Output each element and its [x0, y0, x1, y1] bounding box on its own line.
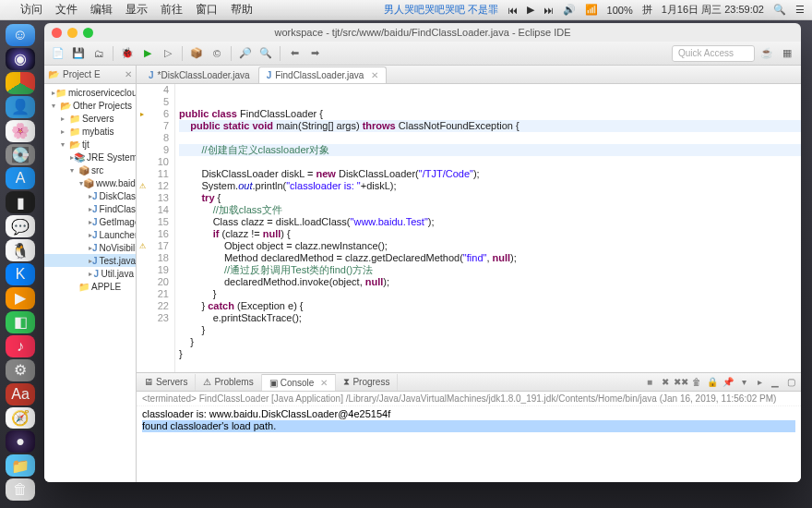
- dock-eclipse[interactable]: ●: [6, 430, 35, 453]
- search-icon[interactable]: 🔍: [773, 4, 786, 16]
- console-output[interactable]: classloader is: www.baidu.DiskClassLoade…: [137, 406, 801, 482]
- scroll-lock-icon[interactable]: 🔒: [706, 376, 719, 389]
- perspective-open-icon[interactable]: ▦: [779, 45, 795, 62]
- java-file-icon: J: [267, 70, 272, 80]
- dock-photos[interactable]: 🌸: [6, 120, 35, 142]
- dock-contacts[interactable]: 👤: [6, 96, 35, 118]
- remove-all-icon[interactable]: ✖✖: [675, 376, 687, 389]
- battery-status[interactable]: 100%: [607, 5, 633, 16]
- dock-chrome[interactable]: [6, 72, 35, 94]
- quick-access-input[interactable]: Quick Access: [672, 45, 755, 62]
- new-icon[interactable]: 📄: [50, 45, 66, 62]
- menu-go[interactable]: 前往: [161, 2, 183, 18]
- tree-item[interactable]: ▾📦src: [44, 163, 136, 176]
- display-console-icon[interactable]: ▾: [737, 376, 750, 389]
- dock-appstore[interactable]: A: [6, 167, 35, 189]
- tree-item[interactable]: ▸📁mybatis: [44, 125, 136, 138]
- menu-view[interactable]: 显示: [125, 2, 148, 18]
- dock-disk[interactable]: 💽: [6, 144, 35, 166]
- zoom-button[interactable]: [83, 28, 93, 38]
- input-method-icon[interactable]: 拼: [642, 3, 652, 17]
- back-icon[interactable]: ⬅: [286, 45, 303, 62]
- notification-icon[interactable]: ☰: [795, 4, 805, 16]
- project-explorer-tab[interactable]: 📂 Project E ✕: [44, 66, 136, 84]
- maximize-icon[interactable]: ▢: [784, 376, 797, 389]
- tab-progress[interactable]: ⧗Progress: [336, 374, 398, 391]
- tree-item[interactable]: ▸JLauncher.: [44, 228, 136, 241]
- menu-help[interactable]: 帮助: [231, 2, 253, 18]
- project-tree[interactable]: ▸📁microservicecloud▾📂Other Projects▸📁Ser…: [44, 84, 136, 482]
- tab-console[interactable]: ▣Console✕: [262, 374, 337, 391]
- dock-font[interactable]: Aa: [6, 383, 35, 405]
- tab-servers[interactable]: 🖥Servers: [137, 374, 196, 391]
- remove-launch-icon[interactable]: ✖: [659, 376, 672, 389]
- open-console-icon[interactable]: ▸: [753, 376, 766, 389]
- forward-icon[interactable]: ➡: [306, 45, 323, 62]
- dock-safari[interactable]: 🧭: [6, 407, 35, 429]
- menu-window[interactable]: 窗口: [196, 2, 218, 18]
- dock-terminal[interactable]: ▮: [6, 191, 35, 213]
- dock-qq[interactable]: 🐧: [6, 239, 35, 261]
- new-class-icon[interactable]: ©: [209, 45, 225, 62]
- now-playing[interactable]: 男人哭吧哭吧哭吧 不是罪: [384, 3, 498, 17]
- dock-downloads[interactable]: 📁: [6, 454, 35, 477]
- prev-track-icon[interactable]: ⏮: [508, 5, 518, 16]
- close-icon[interactable]: ✕: [125, 69, 132, 79]
- close-button[interactable]: [52, 28, 62, 38]
- tree-item[interactable]: ▸JFindClass: [44, 202, 136, 215]
- window-titlebar[interactable]: workspace - tjt/src/www/baidu/FindClassL…: [44, 23, 801, 42]
- clear-console-icon[interactable]: 🗑: [690, 376, 703, 389]
- save-all-icon[interactable]: 🗂: [90, 45, 107, 62]
- pin-console-icon[interactable]: 📌: [722, 376, 734, 389]
- save-icon[interactable]: 💾: [70, 45, 87, 62]
- perspective-java-icon[interactable]: ☕: [758, 45, 775, 62]
- tree-item[interactable]: 📁APPLE: [44, 280, 136, 293]
- tree-item[interactable]: ▾📂Other Projects: [44, 99, 136, 112]
- tree-item[interactable]: ▸JGetImage: [44, 215, 136, 228]
- dock-app2[interactable]: ▶: [6, 287, 35, 309]
- search-icon[interactable]: 🔍: [257, 45, 274, 62]
- new-package-icon[interactable]: 📦: [188, 45, 205, 62]
- tab-problems[interactable]: ⚠Problems: [196, 374, 261, 391]
- next-track-icon[interactable]: ⏭: [543, 5, 554, 16]
- dock-finder[interactable]: ☺: [6, 24, 35, 46]
- tree-item[interactable]: ▸JUtil.java: [44, 267, 136, 280]
- dock-siri[interactable]: ◉: [6, 48, 35, 70]
- tree-item[interactable]: ▸📚JRE System Lib: [44, 151, 136, 163]
- dock-wechat[interactable]: 💬: [6, 215, 35, 237]
- wifi-icon[interactable]: 📶: [585, 4, 598, 16]
- dock-app1[interactable]: K: [6, 263, 35, 285]
- clock[interactable]: 1月16日 周三 23:59:02: [662, 3, 764, 17]
- minimize-icon[interactable]: ▁: [769, 376, 782, 389]
- menu-edit[interactable]: 编辑: [90, 2, 113, 18]
- dock-music[interactable]: ♪: [6, 335, 35, 357]
- tree-item[interactable]: ▸JNoVisibili: [44, 241, 136, 254]
- tree-item[interactable]: ▸JTest.java: [44, 254, 136, 267]
- dock-app3[interactable]: ◧: [6, 311, 35, 333]
- console-line-selected: found classloader's load path.: [142, 420, 795, 432]
- terminate-icon[interactable]: ■: [643, 376, 656, 389]
- close-icon[interactable]: ✕: [371, 70, 378, 80]
- code-editor[interactable]: ▸⚠⚠ 4567891011121314151617181920212223 p…: [137, 84, 801, 372]
- tree-item[interactable]: ▸📁Servers: [44, 112, 136, 125]
- run-icon[interactable]: ▶: [139, 45, 156, 62]
- minimize-button[interactable]: [67, 28, 78, 38]
- play-icon[interactable]: ▶: [527, 4, 534, 16]
- dock-settings[interactable]: ⚙: [6, 359, 35, 381]
- volume-icon[interactable]: 🔊: [563, 4, 576, 16]
- open-type-icon[interactable]: 🔎: [237, 45, 254, 62]
- tree-item[interactable]: ▸JDiskClass: [44, 189, 136, 202]
- debug-icon[interactable]: 🐞: [119, 45, 136, 62]
- tree-item[interactable]: ▸📁microservicecloud: [44, 86, 136, 99]
- editor-tab-findclassloader[interactable]: JFindClassLoader.java✕: [258, 67, 388, 83]
- tree-item[interactable]: ▾📂tjt: [44, 138, 136, 151]
- dock-trash[interactable]: 🗑: [6, 478, 35, 501]
- eclipse-window: workspace - tjt/src/www/baidu/FindClassL…: [44, 23, 801, 482]
- run-last-icon[interactable]: ▷: [160, 45, 176, 62]
- menu-file[interactable]: 文件: [55, 2, 78, 18]
- tree-item[interactable]: ▾📦www.baidu: [44, 176, 136, 189]
- menu-finder[interactable]: 访问: [20, 2, 42, 18]
- editor-tab-diskclassloader[interactable]: J*DiskClassLoader.java: [140, 67, 258, 83]
- console-icon: ▣: [269, 378, 278, 388]
- source-code[interactable]: public class FindClassLoader { public st…: [175, 84, 801, 372]
